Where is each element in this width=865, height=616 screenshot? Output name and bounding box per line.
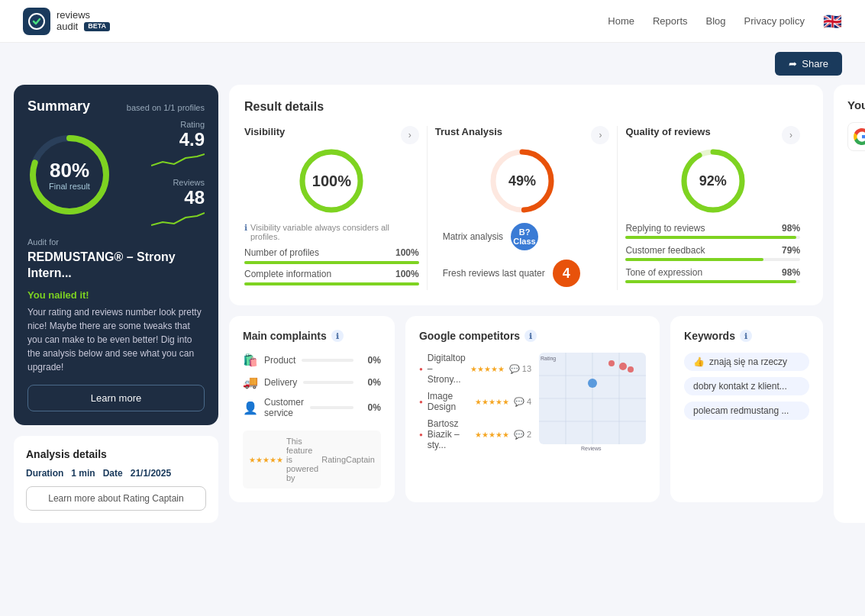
- matrix-badge: B? Class: [511, 223, 538, 250]
- quality-circle: 92%: [679, 147, 747, 215]
- rating-label: Rating: [151, 120, 205, 129]
- product-pct: 0%: [360, 355, 381, 366]
- share-label: Share: [802, 58, 828, 69]
- keywords-card: Keywords ℹ 👍 znają się na rzeczy dobry k…: [670, 316, 823, 502]
- competitor-list: ● Digitaltop – Strony... ★★★★★ 💬13 ● Ima…: [419, 353, 531, 452]
- service-bar: [310, 406, 353, 409]
- quality-details: Replying to reviews 98% Customer feedbac…: [625, 223, 800, 283]
- rating-value: 4.9: [151, 129, 205, 150]
- rating-captain-link[interactable]: Learn more about Rating Captain: [26, 486, 206, 511]
- competitors-content: ● Digitaltop – Strony... ★★★★★ 💬13 ● Ima…: [419, 353, 646, 452]
- nav-privacy[interactable]: Privacy policy: [744, 15, 805, 27]
- reviews-chart: [151, 208, 205, 227]
- fresh-badge: 4: [553, 260, 580, 287]
- replying-pct: 98%: [782, 223, 800, 234]
- info-row: Complete information 100%: [244, 269, 419, 279]
- kw3-text: polecam redmustang ...: [693, 405, 789, 416]
- competitor-2: ● Image Design ★★★★★ 💬4: [419, 391, 531, 412]
- rating-chart: [151, 150, 205, 169]
- visibility-title: Visibility: [244, 126, 285, 137]
- tone-bar: [625, 280, 800, 283]
- fresh-label: Fresh reviews last quater: [443, 268, 545, 279]
- complaint-delivery: 🚚 Delivery 0%: [243, 375, 381, 389]
- comp2-stars: ★★★★★: [475, 398, 509, 406]
- score-circle: 80% Final result: [27, 133, 111, 217]
- visibility-value: 100%: [312, 173, 351, 190]
- competitor-1: ● Digitaltop – Strony... ★★★★★ 💬13: [419, 353, 531, 385]
- complaint-product: 🛍️ Product 0%: [243, 353, 381, 367]
- language-flag[interactable]: 🇬🇧: [823, 12, 842, 31]
- score-inner: 80% Final result: [49, 160, 90, 191]
- feedback-label: Customer feedback: [625, 245, 705, 256]
- trust-title: Trust Analysis: [435, 126, 502, 137]
- share-icon: ➦: [789, 58, 797, 69]
- header: reviews audit BETA Home Reports Blog Pri…: [0, 0, 865, 43]
- duration-label: Duration: [26, 468, 63, 479]
- tone-row: Tone of expression 98%: [625, 267, 800, 278]
- date-label: Date: [103, 468, 123, 479]
- kw2-text: dobry kontakt z klient...: [693, 381, 787, 392]
- keyword-3: polecam redmustang ...: [684, 402, 809, 420]
- visibility-arrow[interactable]: ›: [401, 126, 419, 144]
- profile-item: REDMUSTANG® – Strony Internetowe, Pozycj…: [847, 122, 865, 202]
- center-column: Result details Visibility › 100%: [229, 85, 823, 523]
- stars-icon: ★★★★★: [249, 456, 283, 464]
- yay-heading: You nailed it!: [27, 289, 205, 301]
- audit-for: Audit for: [27, 237, 205, 247]
- service-name: Customer service: [264, 397, 304, 418]
- score-pct: 80%: [49, 160, 90, 182]
- trust-circle: 49%: [488, 147, 557, 215]
- profiles-pct: 100%: [395, 247, 419, 258]
- visibility-details: ℹ Visibility variable always considers a…: [244, 223, 419, 285]
- svg-point-18: [608, 360, 615, 366]
- fresh-row: Fresh reviews last quater 4: [443, 260, 602, 287]
- matrix-label: Matrix analysis: [443, 231, 503, 242]
- comp2-reviews: 💬4: [514, 397, 531, 407]
- comp2-name: Image Design: [428, 391, 470, 412]
- svg-text:Reviews: Reviews: [581, 446, 602, 451]
- sidebar: Summary based on 1/1 profiles 80% Final …: [14, 85, 218, 523]
- feedback-pct: 79%: [782, 245, 800, 256]
- comp3-reviews: 💬2: [514, 430, 531, 440]
- logo-icon: [23, 8, 50, 35]
- feedback-row: Customer feedback 79%: [625, 245, 800, 256]
- quality-arrow[interactable]: ›: [782, 126, 800, 144]
- delivery-bar: [303, 381, 353, 384]
- reviews-value: 48: [151, 187, 205, 208]
- rc-powered: ★★★★★ This feature is powered by RatingC…: [243, 431, 381, 489]
- profiles-label: Number of profiles: [244, 247, 319, 258]
- learn-more-button[interactable]: Learn more: [27, 385, 205, 411]
- trust-col: Trust Analysis › 49% Matrix analysis: [428, 126, 618, 290]
- competitors-title: Google competitors ℹ: [419, 330, 646, 342]
- nav-home[interactable]: Home: [608, 15, 634, 27]
- profiles-bar: [244, 261, 419, 264]
- svg-point-16: [619, 363, 627, 370]
- logo-text: reviews audit BETA: [56, 10, 110, 32]
- reviews-label: Reviews: [151, 178, 205, 187]
- analysis-card: Analysis details Duration 1 min Date 21/…: [14, 436, 218, 523]
- service-pct: 0%: [360, 402, 381, 413]
- visibility-note: ℹ Visibility variable always considers a…: [244, 223, 419, 241]
- keywords-info-icon[interactable]: ℹ: [740, 330, 752, 342]
- quality-value: 92%: [699, 173, 727, 189]
- metrics-row: Visibility › 100% ℹ Visibility vari: [244, 126, 808, 290]
- quality-col: Quality of reviews › 92% Replying to rev…: [618, 126, 808, 290]
- competitors-info-icon[interactable]: ℹ: [524, 330, 537, 342]
- share-button[interactable]: ➦ Share: [775, 52, 842, 76]
- result-card: Result details Visibility › 100%: [229, 85, 823, 305]
- matrix-row: Matrix analysis B? Class: [443, 223, 602, 250]
- comp1-reviews: 💬13: [509, 364, 531, 374]
- trust-arrow[interactable]: ›: [591, 126, 609, 144]
- share-bar: ➦ Share: [0, 43, 865, 85]
- info-pct: 100%: [395, 269, 419, 279]
- replying-label: Replying to reviews: [625, 223, 705, 234]
- replying-row: Replying to reviews 98%: [625, 223, 800, 234]
- nav-reports[interactable]: Reports: [653, 15, 688, 27]
- result-title: Result details: [244, 100, 808, 114]
- nav-blog[interactable]: Blog: [706, 15, 726, 27]
- complaints-info-icon[interactable]: ℹ: [331, 330, 344, 342]
- product-icon: 🛍️: [243, 353, 258, 367]
- profiles-card: Your profiles REDMUSTANG® – Strony Inter…: [834, 85, 865, 523]
- keyword-2: dobry kontakt z klient...: [684, 377, 809, 395]
- visibility-circle: 100%: [297, 147, 366, 215]
